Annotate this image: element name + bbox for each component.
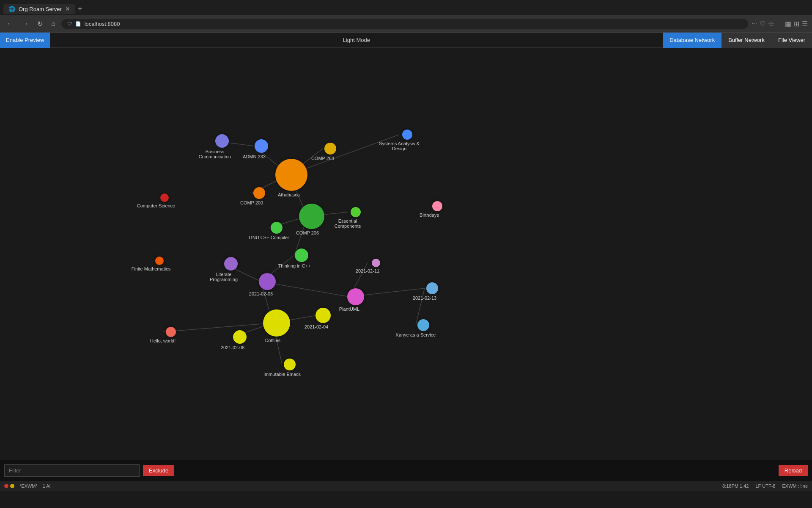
node-birthdays[interactable]: Birthdays: [424, 201, 450, 218]
bookmark-icon[interactable]: ♡: [760, 20, 765, 28]
app-header: Enable Preview Light Mode Database Netwo…: [0, 33, 812, 48]
url-box[interactable]: 🛡 📄 localhost:8080: [61, 19, 748, 29]
node-label-dotfiles: Dotfiles: [252, 338, 294, 343]
node-business-comm[interactable]: Business Communication: [208, 134, 236, 159]
filter-input[interactable]: [4, 464, 140, 477]
status-right: 8:18PM 1.42 LF UTF-8 EXWM : line: [722, 483, 808, 489]
sidebar-icon[interactable]: ▦: [785, 20, 791, 28]
node-plantuml[interactable]: PlantUML: [341, 288, 370, 312]
node-computer-science[interactable]: Computer Science: [152, 193, 177, 208]
node-circle-kanye: [417, 319, 429, 331]
node-hello-world[interactable]: Hello, world!: [158, 327, 184, 343]
node-label-comp206: COMP 206: [286, 230, 329, 235]
node-2021-02-13[interactable]: 2021-02-13: [419, 282, 446, 301]
node-admn233[interactable]: ADMN 233: [247, 139, 275, 159]
tab-close-button[interactable]: ✕: [65, 6, 70, 12]
node-circle-dotfiles: [263, 309, 290, 337]
tab-icon: 🌐: [8, 6, 15, 12]
tab-database-network[interactable]: Database Network: [663, 33, 721, 48]
node-circle-thinking-cpp: [295, 248, 308, 262]
node-label-2021-02-03: 2021-02-03: [240, 291, 282, 296]
node-2021-02-04[interactable]: 2021-02-04: [309, 308, 337, 329]
node-2021-02-03[interactable]: 2021-02-03: [252, 273, 282, 296]
node-circle-comp206: [299, 204, 324, 229]
node-finite-math[interactable]: Finite Mathematics: [147, 257, 172, 271]
node-circle-immutable-emacs: [284, 359, 296, 370]
extensions-icon[interactable]: ···: [752, 20, 757, 28]
mode-label: EXWM : line: [782, 483, 808, 489]
node-2021-02-11[interactable]: 2021-02-11: [363, 259, 389, 273]
node-gnu-cpp[interactable]: GNU C++ Compiler: [263, 222, 290, 240]
node-label-comp200: COMP 200: [230, 200, 273, 205]
node-label-computer-science: Computer Science: [135, 203, 177, 208]
light-mode-label: Light Mode: [50, 37, 663, 43]
tab-file-viewer[interactable]: File Viewer: [771, 33, 812, 48]
forward-button[interactable]: →: [19, 19, 31, 28]
node-label-2021-02-08: 2021-02-08: [211, 345, 254, 350]
node-circle-finite-math: [155, 257, 164, 265]
node-dotfiles[interactable]: Dotfiles: [259, 309, 294, 343]
active-tab[interactable]: 🌐 Org Roam Server ✕: [3, 4, 75, 14]
node-label-kanye: Kanye as a Service: [395, 332, 437, 337]
node-label-essential-components: Essential Components: [326, 218, 369, 229]
home-button[interactable]: ⌂: [49, 19, 58, 28]
node-circle-hello-world: [166, 327, 176, 337]
node-circle-comp200: [253, 187, 265, 199]
browser-chrome: 🌐 Org Roam Server ✕ + ← → ↻ ⌂ 🛡 📄 localh…: [0, 0, 812, 33]
tab-buffer-network[interactable]: Buffer Network: [721, 33, 771, 48]
node-label-thinking-cpp: Thinking in C++: [273, 263, 315, 268]
node-circle-literate-prog: [224, 257, 238, 271]
hamburger-icon[interactable]: ☰: [802, 20, 808, 28]
node-label-birthdays: Birthdays: [408, 213, 450, 218]
tab-bar: 🌐 Org Roam Server ✕ +: [0, 0, 812, 15]
exwm-label: *EXWM*: [19, 483, 38, 489]
security-icon: 🛡: [67, 21, 72, 26]
node-immutable-emacs[interactable]: Immutable Emacs: [276, 359, 303, 377]
reload-button[interactable]: ↻: [35, 19, 45, 29]
node-circle-2021-02-08: [233, 330, 247, 344]
node-label-2021-02-13: 2021-02-13: [403, 295, 446, 301]
node-label-systems-analysis: Systems Analysis & Design: [378, 141, 420, 151]
node-essential-components[interactable]: Essential Components: [343, 207, 369, 229]
node-circle-2021-02-03: [259, 273, 276, 290]
node-kanye[interactable]: Kanye as a Service: [410, 319, 437, 337]
node-systems-analysis[interactable]: Systems Analysis & Design: [394, 130, 420, 151]
node-circle-gnu-cpp: [271, 222, 283, 234]
node-circle-2021-02-13: [426, 282, 438, 294]
node-circle-birthdays: [432, 201, 442, 211]
enable-preview-button[interactable]: Enable Preview: [0, 33, 50, 48]
node-label-2021-02-11: 2021-02-11: [346, 268, 389, 273]
node-thinking-cpp[interactable]: Thinking in C++: [288, 248, 315, 268]
star-icon[interactable]: ☆: [768, 20, 774, 28]
back-button[interactable]: ←: [4, 19, 16, 28]
node-circle-athabasca: [275, 159, 307, 191]
filter-bar: Exclude Reload: [0, 460, 812, 481]
tab-title: Org Roam Server: [19, 6, 62, 12]
node-label-2021-02-04: 2021-02-04: [295, 324, 337, 329]
url-text: localhost:8080: [85, 21, 120, 27]
address-bar: ← → ↻ ⌂ 🛡 📄 localhost:8080 ··· ♡ ☆ ▦ ⊞ ☰: [0, 15, 812, 32]
dot-yellow: [10, 484, 14, 488]
node-circle-comp268: [324, 143, 336, 155]
node-circle-computer-science: [160, 193, 169, 202]
node-athabasca[interactable]: Athabasca: [273, 159, 310, 197]
workspace-label: 1 All: [43, 483, 52, 489]
node-label-admn233: ADMN 233: [233, 154, 275, 159]
status-dots: [4, 484, 14, 488]
node-2021-02-08[interactable]: 2021-02-08: [226, 330, 254, 350]
node-circle-plantuml: [347, 288, 364, 305]
exclude-button[interactable]: Exclude: [143, 465, 174, 476]
node-label-gnu-cpp: GNU C++ Compiler: [248, 235, 290, 240]
node-comp268[interactable]: COMP 268: [317, 143, 344, 161]
node-circle-admn233: [255, 139, 268, 153]
windows-icon[interactable]: ⊞: [794, 20, 799, 28]
encoding-label: LF UTF-8: [755, 483, 775, 489]
new-tab-button[interactable]: +: [75, 5, 85, 14]
node-comp200[interactable]: COMP 200: [246, 187, 273, 205]
browser-menu-icons: ··· ♡ ☆ ▦ ⊞ ☰: [752, 20, 808, 28]
page-icon: 📄: [75, 21, 81, 27]
reload-button[interactable]: Reload: [779, 465, 808, 476]
nav-tabs: Database Network Buffer Network File Vie…: [663, 33, 812, 48]
node-literate-prog[interactable]: Literate Programming: [217, 257, 245, 282]
node-comp206[interactable]: COMP 206: [295, 204, 329, 235]
